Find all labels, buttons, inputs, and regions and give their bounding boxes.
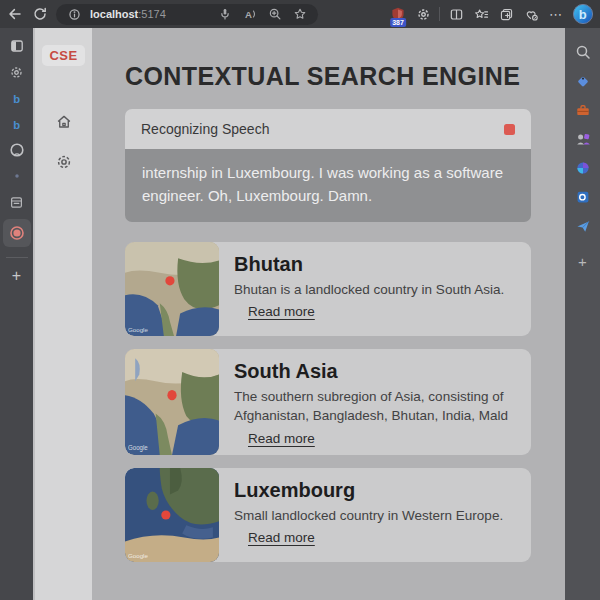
extension-gear-icon[interactable] (414, 5, 432, 23)
svg-text:Google: Google (128, 325, 148, 332)
toolbar-divider (439, 7, 440, 21)
drop-icon[interactable] (574, 217, 591, 234)
settings-tab-icon[interactable] (8, 63, 26, 81)
card-description: Bhutan is a landlocked country in South … (234, 280, 504, 300)
page-title: CONTEXTUAL SEARCH ENGINE (125, 62, 531, 91)
bing-copilot-icon[interactable]: b (572, 3, 594, 25)
address-bar[interactable]: localhost:5174 A (56, 4, 318, 25)
microphone-icon[interactable] (216, 5, 234, 23)
webpage: CSE CONTEXTUAL SEARCH ENGINE Recognizing… (33, 28, 565, 600)
url-text: localhost:5174 (90, 8, 166, 20)
read-more-link[interactable]: Read more (248, 530, 315, 545)
result-cards: Google Bhutan Bhutan is a landlocked cou… (125, 242, 531, 562)
outlook-icon[interactable] (574, 188, 591, 205)
loading-tab-icon[interactable] (8, 167, 26, 185)
settings-more-icon[interactable]: ⋯ (547, 5, 565, 23)
read-more-link[interactable]: Read more (248, 304, 315, 319)
github-tab-icon[interactable] (8, 141, 26, 159)
reader-tab-icon[interactable] (8, 193, 26, 211)
card-description: The southern subregion of Asia, consisti… (234, 387, 517, 426)
speech-transcript: internship in Luxembourg. I was working … (125, 149, 531, 222)
svg-text:A: A (245, 9, 252, 20)
map-thumbnail-europe: Google (125, 468, 219, 562)
collections-icon[interactable] (497, 5, 515, 23)
sidebar-search-icon[interactable] (574, 43, 591, 60)
url-host: localhost (90, 8, 138, 20)
shopping-icon[interactable] (574, 72, 591, 89)
bing-tab-icon[interactable]: b (8, 89, 26, 107)
card-title: South Asia (234, 360, 517, 383)
bing-tab-icon[interactable]: b (8, 115, 26, 133)
read-aloud-icon[interactable]: A (241, 5, 259, 23)
browser-essentials-icon[interactable] (522, 5, 540, 23)
speech-panel: Recognizing Speech internship in Luxembo… (125, 109, 531, 222)
customize-sidebar-button[interactable]: + (578, 253, 587, 270)
split-screen-icon[interactable] (447, 5, 465, 23)
url-port: :5174 (138, 8, 166, 20)
vertical-tabs-toggle-icon[interactable] (8, 37, 26, 55)
refresh-icon[interactable] (31, 5, 49, 23)
svg-text:Google: Google (128, 552, 148, 559)
microsoft-365-icon[interactable] (574, 159, 591, 176)
new-tab-button[interactable]: + (12, 268, 21, 284)
main-content: CONTEXTUAL SEARCH ENGINE Recognizing Spe… (92, 28, 565, 600)
result-card[interactable]: Google South Asia The southern subregion… (125, 349, 531, 455)
settings-icon[interactable] (54, 152, 74, 172)
favorite-star-icon[interactable] (291, 5, 309, 23)
stop-recording-button[interactable] (504, 124, 515, 135)
map-thumbnail-south-asia: Google (125, 349, 219, 455)
zoom-in-icon[interactable] (266, 5, 284, 23)
card-title: Luxembourg (234, 479, 503, 502)
speech-status-text: Recognizing Speech (141, 121, 269, 137)
speech-status-bar: Recognizing Speech (125, 109, 531, 149)
card-description: Small landlocked country in Western Euro… (234, 506, 503, 526)
site-info-icon[interactable] (65, 5, 83, 23)
svg-text:b: b (13, 92, 20, 104)
games-icon[interactable] (574, 130, 591, 147)
main-row: b b + CSE (0, 28, 600, 600)
card-body: Bhutan Bhutan is a landlocked country in… (219, 242, 518, 336)
back-icon[interactable] (6, 5, 24, 23)
card-title: Bhutan (234, 253, 504, 276)
card-body: South Asia The southern subregion of Asi… (219, 349, 531, 455)
adblock-extension-icon[interactable]: 387 (389, 5, 407, 23)
app-logo: CSE (42, 45, 84, 66)
svg-text:Google: Google (128, 444, 148, 452)
edge-sidebar: + (565, 28, 600, 600)
app-sidebar: CSE (35, 28, 92, 600)
browser-toolbar: localhost:5174 A 387 ⋯ b (0, 0, 600, 28)
tabs-divider (6, 257, 28, 258)
read-more-link[interactable]: Read more (248, 431, 315, 446)
svg-text:b: b (13, 118, 20, 130)
home-icon[interactable] (54, 112, 74, 132)
favorites-icon[interactable] (472, 5, 490, 23)
result-card[interactable]: Google Luxembourg Small landlocked count… (125, 468, 531, 562)
active-tab-recording[interactable] (3, 219, 31, 247)
card-body: Luxembourg Small landlocked country in W… (219, 468, 517, 562)
result-card[interactable]: Google Bhutan Bhutan is a landlocked cou… (125, 242, 531, 336)
vertical-tabs-strip: b b + (0, 28, 33, 600)
tools-icon[interactable] (574, 101, 591, 118)
extension-badge: 387 (390, 18, 406, 27)
svg-text:b: b (579, 7, 587, 22)
map-thumbnail-south-asia: Google (125, 242, 219, 336)
